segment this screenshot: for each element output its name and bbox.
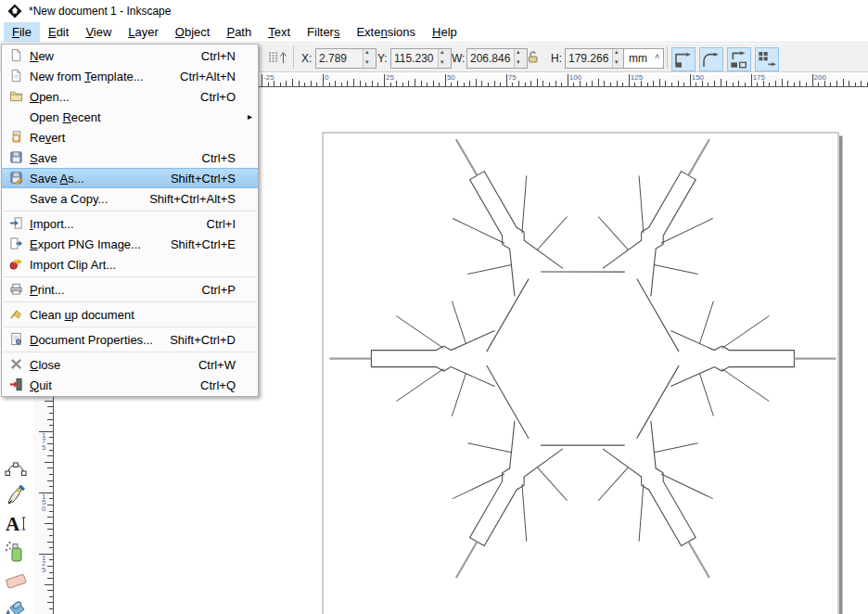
ruler-tick [555,81,556,86]
w-spin-buttons[interactable] [514,49,527,68]
ruler-tick [49,608,53,609]
file-menu-item-close[interactable]: CloseCtrl+W [2,354,258,375]
pen-tool[interactable] [4,454,29,480]
open-folder-icon [2,89,30,104]
ruler-tick [512,83,513,86]
ruler-tick [286,81,287,86]
file-menu-item-clean-up-document[interactable]: Clean up document [2,304,258,325]
h-input[interactable] [566,49,612,68]
scale-gradient-toggle[interactable] [727,47,751,71]
menubar-item-text[interactable]: Text [260,22,299,42]
y-input[interactable] [391,49,438,68]
ruler-tick [683,83,684,86]
file-menu-item-import-clip-art[interactable]: Import Clip Art... [2,254,258,275]
unit-dropdown[interactable]: mm [623,48,664,69]
file-menu-item-document-properties[interactable]: Document Properties...Shift+Ctrl+D [2,329,258,350]
menubar: FileEditViewLayerObjectPathTextFiltersEx… [0,22,868,43]
menubar-item-view[interactable]: View [77,22,120,42]
inkscape-logo-icon [7,4,22,19]
scale-pattern-toggle[interactable] [755,47,779,71]
paint-bucket-tool[interactable] [4,597,29,614]
file-menu-item-new[interactable]: NewCtrl+N [2,45,258,66]
menubar-item-extensions[interactable]: Extensions [348,22,424,42]
w-input[interactable] [467,49,514,68]
x-spinbox[interactable] [315,48,377,69]
menu-separator [3,211,257,211]
spray-tool[interactable] [4,540,29,565]
file-menu-item-save[interactable]: SaveCtrl+S [2,147,258,168]
menubar-item-filters[interactable]: Filters [299,22,348,42]
ruler-tick [745,83,746,86]
x-spin-buttons[interactable] [363,49,376,68]
text-tool[interactable]: A [4,511,29,536]
ruler-tick [47,566,53,567]
ruler-tick [47,406,53,407]
file-menu-item-new-from-template[interactable]: New from Template...Ctrl+Alt+N [2,66,258,86]
ruler-tick [49,474,53,475]
menubar-item-edit[interactable]: Edit [40,22,77,42]
file-menu-item-open-recent[interactable]: Open Recent [2,107,258,127]
ruler-tick [617,81,618,86]
scale-corners-toggle[interactable] [699,47,723,71]
file-menu-item-save-as[interactable]: Save As...Shift+Ctrl+S [2,168,258,188]
file-menu-item-save-a-copy[interactable]: Save a Copy...Shift+Ctrl+Alt+S [2,188,258,209]
menubar-item-help[interactable]: Help [424,22,466,42]
ruler-label: 0 [325,74,328,82]
file-menu-item-import[interactable]: Import...Ctrl+I [2,213,258,234]
window-title: *New document 1 - Inkscape [29,5,171,18]
ruler-tick [836,81,837,86]
ruler-tick [396,81,397,86]
w-spinbox[interactable] [466,48,528,69]
calligraphy-tool[interactable] [4,482,29,507]
ruler-tick [262,74,262,86]
ruler-tick [377,83,378,86]
ruler-tick [347,81,348,86]
ruler-tick [47,455,53,456]
h-spinbox[interactable] [565,48,626,69]
ruler-tick [335,81,336,86]
ruler-tick [622,83,623,86]
ruler-tick [549,83,550,86]
ruler-tick [49,450,53,451]
eraser-tool[interactable] [4,569,29,594]
ruler-tick [49,596,53,597]
menubar-item-file[interactable]: File [4,22,40,42]
menu-item-shortcut: Ctrl+Q [200,378,245,392]
ruler-tick [610,83,611,86]
document-page[interactable] [323,133,838,614]
x-input[interactable] [316,49,363,68]
file-menu-item-print[interactable]: Print...Ctrl+P [2,279,258,300]
menu-separator [3,276,257,277]
ruler-tick [49,498,53,499]
menu-item-label: New from Template... [30,70,180,83]
no-icon [2,109,30,124]
menu-item-label: New [30,49,201,63]
file-menu-item-quit[interactable]: QuitCtrl+Q [2,375,258,395]
ruler-tick [439,83,440,86]
lock-ratio-icon[interactable] [526,50,541,65]
raise-to-top-icon[interactable] [266,46,288,69]
menu-separator [3,352,257,352]
ruler-tick [421,81,422,86]
ruler-tick [268,83,269,86]
menubar-item-path[interactable]: Path [218,22,260,42]
ruler-tick [782,79,783,86]
ruler-tick [855,83,856,86]
ruler-tick [799,81,800,86]
menu-item-shortcut: Shift+Ctrl+Alt+S [149,192,245,206]
y-spin-buttons[interactable] [438,49,451,68]
file-menu-item-export-png-image[interactable]: Export PNG Image...Shift+Ctrl+E [2,234,258,254]
ruler-label: -25 [263,74,274,82]
menu-item-shortcut: Ctrl+P [202,283,245,297]
file-menu-item-revert[interactable]: Revert [2,127,258,147]
ruler-tick [457,81,458,86]
y-spinbox[interactable] [390,48,452,69]
file-menu-item-open[interactable]: Open...Ctrl+O [2,86,258,107]
menubar-item-layer[interactable]: Layer [120,22,167,42]
ruler-tick [402,83,403,86]
ruler-tick [451,83,452,86]
ruler-tick [292,79,293,86]
scale-stroke-toggle[interactable] [671,47,696,71]
ruler-tick [464,83,465,86]
menubar-item-object[interactable]: Object [167,22,219,42]
